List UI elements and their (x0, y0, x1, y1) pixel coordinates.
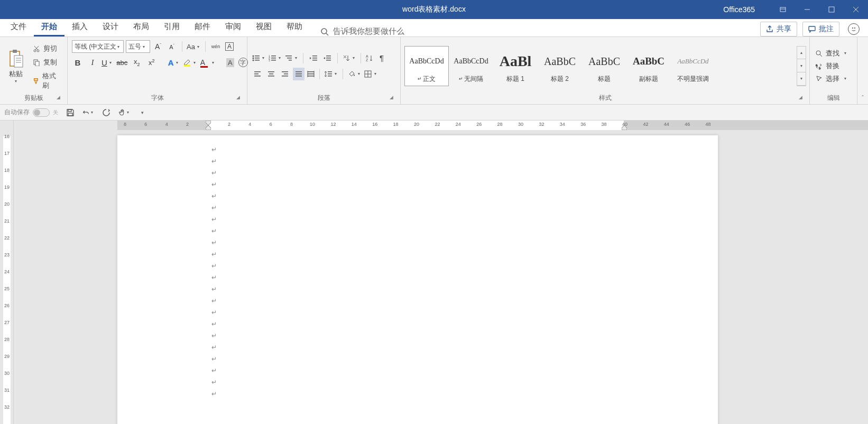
bold-button[interactable]: B (72, 56, 84, 69)
distributed-button[interactable] (307, 70, 315, 78)
tab-布局[interactable]: 布局 (126, 19, 156, 36)
show-marks-button[interactable]: ¶ (376, 52, 387, 64)
style-标题[interactable]: AaBbC标题 (582, 46, 626, 86)
bullets-button[interactable]: ▾ (252, 54, 266, 62)
tab-设计[interactable]: 设计 (95, 19, 126, 36)
undo-button[interactable]: ▾ (82, 107, 94, 118)
styles-gallery-scroll[interactable]: ▴▾▾ (797, 46, 806, 86)
tab-审阅[interactable]: 审阅 (218, 19, 248, 36)
paragraph-group-label: 段落 (318, 94, 330, 103)
svg-text:A: A (366, 54, 368, 58)
toggle-switch-icon (33, 108, 50, 117)
justify-icon (294, 70, 303, 78)
asian-layout-button[interactable]: ▾ (342, 54, 356, 62)
style-正文[interactable]: AaBbCcDd↵正文 (404, 46, 449, 86)
paragraph-mark: ↵ (211, 248, 718, 260)
change-case-button[interactable]: Aa▾ (187, 43, 201, 51)
style-副标题[interactable]: AaBbC副标题 (626, 46, 671, 86)
borders-button[interactable]: ▾ (364, 70, 378, 78)
close-button[interactable] (844, 0, 868, 19)
tab-引用[interactable]: 引用 (156, 19, 187, 36)
tab-视图[interactable]: 视图 (248, 19, 279, 36)
format-painter-button[interactable]: 格式刷 (31, 70, 62, 91)
paste-button[interactable] (6, 48, 25, 70)
styles-launcher[interactable]: ◢ (797, 95, 804, 102)
smiley-icon (850, 25, 857, 33)
style-无间隔[interactable]: AaBbCcDd↵无间隔 (449, 46, 493, 86)
font-name-combo[interactable]: 等线 (中文正文)▾ (72, 40, 124, 53)
ribbon-display-options-button[interactable] (771, 0, 795, 19)
style-标题 1[interactable]: AaBl标题 1 (493, 46, 538, 86)
char-shading-button[interactable]: A (226, 58, 234, 67)
paragraph-mark: ↵ (211, 144, 718, 155)
vertical-ruler[interactable]: 1617181920212223242526272829303132 (0, 121, 14, 424)
replace-button[interactable]: ab替换 (815, 61, 848, 71)
touch-mode-button[interactable]: ▾ (118, 107, 130, 118)
horizontal-ruler[interactable]: 8642246810121416182022242628303234363840… (117, 121, 868, 130)
document-page[interactable]: ↵↵↵↵↵↵↵↵↵↵↵↵↵↵↵↵↵↵↵↵↵↵ (117, 135, 718, 424)
hand-icon (118, 108, 125, 117)
strikethrough-button[interactable]: abc (116, 56, 128, 69)
italic-button[interactable]: I (87, 56, 98, 69)
minimize-button[interactable] (795, 0, 819, 19)
subscript-button[interactable]: x2 (131, 56, 143, 69)
svg-rect-41 (312, 60, 317, 61)
tab-文件[interactable]: 文件 (3, 19, 34, 36)
character-border-button[interactable]: A (224, 40, 235, 53)
brand-label: Office365 (723, 5, 755, 14)
autosave-toggle[interactable]: 自动保存 关 (4, 108, 58, 117)
superscript-button[interactable]: x2 (146, 56, 158, 69)
svg-rect-58 (296, 76, 302, 77)
numbering-button[interactable]: 123▾ (268, 54, 282, 62)
comment-button[interactable]: 批注 (802, 22, 839, 36)
sort-button[interactable]: AZ (365, 54, 374, 62)
font-launcher[interactable]: ◢ (234, 95, 242, 102)
select-button[interactable]: 选择▾ (815, 74, 848, 84)
tell-me-search[interactable]: 告诉我你想要做什么 (320, 26, 404, 36)
increase-indent-button[interactable] (321, 52, 333, 64)
line-spacing-button[interactable]: ▾ (324, 70, 338, 78)
maximize-button[interactable] (819, 0, 844, 19)
style-不明显强调[interactable]: AaBbCcDd不明显强调 (671, 46, 715, 86)
decrease-indent-button[interactable] (308, 52, 319, 64)
style-标题 2[interactable]: AaBbC标题 2 (538, 46, 582, 86)
align-right-button[interactable] (279, 68, 291, 80)
shading-button[interactable]: ▾ (347, 70, 362, 78)
svg-rect-64 (328, 71, 332, 72)
redo-button[interactable] (100, 107, 112, 118)
paste-label[interactable]: 粘贴 (9, 69, 23, 79)
text-effects-button[interactable]: A▾ (168, 58, 180, 67)
cut-button[interactable]: 剪切 (31, 43, 62, 54)
copy-button[interactable]: 复制 (31, 57, 62, 68)
shrink-font-button[interactable]: Aˇ (166, 40, 178, 53)
editing-group: 查找▾ ab替换 选择▾ 编辑 (810, 37, 857, 104)
find-button[interactable]: 查找▾ (815, 49, 848, 58)
numbering-icon: 123 (268, 54, 276, 62)
multilevel-list-button[interactable]: ▾ (284, 54, 299, 62)
align-center-button[interactable] (265, 68, 277, 80)
feedback-button[interactable] (848, 23, 860, 35)
font-color-button[interactable]: A▾ (200, 58, 216, 67)
save-button[interactable] (64, 107, 76, 118)
grow-font-button[interactable]: Aˆ (152, 40, 164, 53)
clipboard-launcher[interactable]: ◢ (54, 95, 62, 102)
highlight-button[interactable]: ▾ (183, 58, 197, 67)
tab-帮助[interactable]: 帮助 (279, 19, 310, 36)
svg-point-17 (34, 50, 36, 52)
font-size-combo[interactable]: 五号▾ (126, 40, 150, 53)
paragraph-launcher[interactable]: ◢ (387, 95, 395, 102)
collapse-ribbon-button[interactable]: ˆ (857, 37, 868, 104)
justify-button[interactable] (293, 68, 304, 80)
tab-开始[interactable]: 开始 (34, 19, 64, 36)
paragraph-mark: ↵ (211, 295, 718, 307)
paragraph-mark: ↵ (211, 330, 718, 342)
share-button[interactable]: 共享 (760, 22, 797, 36)
phonetic-guide-button[interactable]: wén (210, 40, 221, 53)
paste-dropdown[interactable]: ▾ (13, 79, 19, 84)
tab-邮件[interactable]: 邮件 (187, 19, 218, 36)
customize-qat-button[interactable]: ▾ (136, 107, 148, 118)
align-left-button[interactable] (252, 68, 263, 80)
hanging-indent-marker[interactable] (206, 125, 211, 130)
underline-button[interactable]: U▾ (101, 58, 113, 67)
tab-插入[interactable]: 插入 (64, 19, 95, 36)
